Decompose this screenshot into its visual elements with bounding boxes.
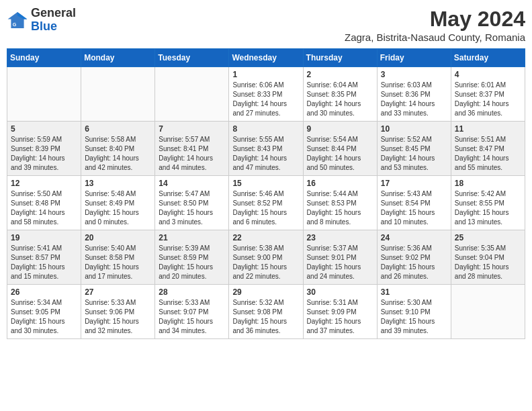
- calendar-cell: 8Sunrise: 5:55 AM Sunset: 8:43 PM Daylig…: [229, 122, 303, 176]
- day-number: 3: [381, 70, 447, 79]
- calendar-cell: 6Sunrise: 5:58 AM Sunset: 8:40 PM Daylig…: [81, 122, 155, 176]
- calendar-cell: [155, 67, 229, 122]
- calendar-cell: 13Sunrise: 5:48 AM Sunset: 8:49 PM Dayli…: [81, 176, 155, 230]
- day-number: 17: [381, 179, 447, 188]
- month-year-title: May 2024: [345, 7, 525, 32]
- day-number: 15: [232, 179, 299, 188]
- day-info: Sunrise: 5:50 AM Sunset: 8:48 PM Dayligh…: [11, 189, 77, 227]
- day-number: 31: [381, 287, 447, 297]
- calendar-cell: 26Sunrise: 5:34 AM Sunset: 9:05 PM Dayli…: [7, 285, 81, 339]
- calendar-cell: 9Sunrise: 5:54 AM Sunset: 8:44 PM Daylig…: [303, 122, 377, 176]
- day-info: Sunrise: 5:33 AM Sunset: 9:06 PM Dayligh…: [85, 298, 151, 336]
- calendar-cell: 2Sunrise: 6:04 AM Sunset: 8:35 PM Daylig…: [303, 67, 377, 122]
- calendar-cell: [7, 67, 81, 122]
- day-info: Sunrise: 5:33 AM Sunset: 9:07 PM Dayligh…: [159, 298, 225, 336]
- calendar-cell: 21Sunrise: 5:39 AM Sunset: 8:59 PM Dayli…: [155, 230, 229, 285]
- title-block: May 2024 Zagra, Bistrita-Nasaud County, …: [345, 7, 525, 43]
- weekday-header-wednesday: Wednesday: [229, 49, 303, 67]
- day-info: Sunrise: 5:36 AM Sunset: 9:02 PM Dayligh…: [381, 244, 447, 281]
- day-info: Sunrise: 5:30 AM Sunset: 9:10 PM Dayligh…: [381, 298, 447, 336]
- calendar-cell: 14Sunrise: 5:47 AM Sunset: 8:50 PM Dayli…: [155, 176, 229, 230]
- calendar-cell: [81, 67, 155, 122]
- weekday-header-sunday: Sunday: [7, 49, 81, 67]
- day-info: Sunrise: 6:04 AM Sunset: 8:35 PM Dayligh…: [307, 81, 373, 118]
- calendar-cell: 23Sunrise: 5:37 AM Sunset: 9:01 PM Dayli…: [303, 230, 377, 285]
- day-number: 25: [455, 233, 521, 242]
- calendar-table: SundayMondayTuesdayWednesdayThursdayFrid…: [7, 48, 525, 339]
- calendar-cell: 20Sunrise: 5:40 AM Sunset: 8:58 PM Dayli…: [81, 230, 155, 285]
- day-info: Sunrise: 6:06 AM Sunset: 8:33 PM Dayligh…: [232, 81, 299, 118]
- svg-text:G: G: [13, 21, 17, 28]
- calendar-cell: 19Sunrise: 5:41 AM Sunset: 8:57 PM Dayli…: [7, 230, 81, 285]
- day-info: Sunrise: 5:39 AM Sunset: 8:59 PM Dayligh…: [159, 244, 225, 281]
- calendar-cell: 3Sunrise: 6:03 AM Sunset: 8:36 PM Daylig…: [377, 67, 451, 122]
- day-info: Sunrise: 5:51 AM Sunset: 8:47 PM Dayligh…: [455, 135, 521, 173]
- logo-blue: Blue: [31, 19, 57, 33]
- day-number: 6: [85, 124, 151, 134]
- day-number: 21: [159, 233, 225, 242]
- calendar-cell: 29Sunrise: 5:32 AM Sunset: 9:08 PM Dayli…: [229, 285, 303, 339]
- calendar-cell: 1Sunrise: 6:06 AM Sunset: 8:33 PM Daylig…: [229, 67, 303, 122]
- day-info: Sunrise: 6:03 AM Sunset: 8:36 PM Dayligh…: [381, 81, 447, 118]
- day-number: 28: [159, 287, 225, 297]
- calendar-cell: 22Sunrise: 5:38 AM Sunset: 9:00 PM Dayli…: [229, 230, 303, 285]
- day-number: 9: [307, 124, 373, 134]
- day-info: Sunrise: 5:40 AM Sunset: 8:58 PM Dayligh…: [85, 244, 151, 281]
- day-info: Sunrise: 5:58 AM Sunset: 8:40 PM Dayligh…: [85, 135, 151, 173]
- calendar-week-2: 5Sunrise: 5:59 AM Sunset: 8:39 PM Daylig…: [7, 122, 525, 176]
- weekday-header-friday: Friday: [377, 49, 451, 67]
- weekday-header-thursday: Thursday: [303, 49, 377, 67]
- day-number: 14: [159, 179, 225, 188]
- calendar-cell: 17Sunrise: 5:43 AM Sunset: 8:54 PM Dayli…: [377, 176, 451, 230]
- day-number: 4: [455, 70, 521, 79]
- day-info: Sunrise: 5:41 AM Sunset: 8:57 PM Dayligh…: [11, 244, 77, 281]
- calendar-cell: 25Sunrise: 5:35 AM Sunset: 9:04 PM Dayli…: [451, 230, 525, 285]
- day-number: 8: [232, 124, 299, 134]
- day-info: Sunrise: 5:44 AM Sunset: 8:53 PM Dayligh…: [307, 189, 373, 227]
- day-number: 12: [11, 179, 77, 188]
- day-number: 22: [232, 233, 299, 242]
- day-info: Sunrise: 5:42 AM Sunset: 8:55 PM Dayligh…: [455, 189, 521, 227]
- day-info: Sunrise: 5:32 AM Sunset: 9:08 PM Dayligh…: [232, 298, 299, 336]
- day-info: Sunrise: 5:55 AM Sunset: 8:43 PM Dayligh…: [232, 135, 299, 173]
- day-info: Sunrise: 5:47 AM Sunset: 8:50 PM Dayligh…: [159, 189, 225, 227]
- weekday-header-monday: Monday: [81, 49, 155, 67]
- day-number: 24: [381, 233, 447, 242]
- logo: G General Blue: [7, 7, 76, 34]
- calendar-cell: 12Sunrise: 5:50 AM Sunset: 8:48 PM Dayli…: [7, 176, 81, 230]
- day-number: 1: [232, 70, 299, 79]
- calendar-week-1: 1Sunrise: 6:06 AM Sunset: 8:33 PM Daylig…: [7, 67, 525, 122]
- day-number: 18: [455, 179, 521, 188]
- calendar-cell: 5Sunrise: 5:59 AM Sunset: 8:39 PM Daylig…: [7, 122, 81, 176]
- calendar-cell: 15Sunrise: 5:46 AM Sunset: 8:52 PM Dayli…: [229, 176, 303, 230]
- calendar-cell: 18Sunrise: 5:42 AM Sunset: 8:55 PM Dayli…: [451, 176, 525, 230]
- day-info: Sunrise: 5:57 AM Sunset: 8:41 PM Dayligh…: [159, 135, 225, 173]
- day-info: Sunrise: 6:01 AM Sunset: 8:37 PM Dayligh…: [455, 81, 521, 118]
- calendar-cell: [451, 285, 525, 339]
- day-number: 19: [11, 233, 77, 242]
- weekday-header-row: SundayMondayTuesdayWednesdayThursdayFrid…: [7, 49, 525, 67]
- weekday-header-saturday: Saturday: [451, 49, 525, 67]
- calendar-cell: 7Sunrise: 5:57 AM Sunset: 8:41 PM Daylig…: [155, 122, 229, 176]
- day-info: Sunrise: 5:31 AM Sunset: 9:09 PM Dayligh…: [307, 298, 373, 336]
- logo-icon: G: [7, 9, 28, 31]
- calendar-cell: 4Sunrise: 6:01 AM Sunset: 8:37 PM Daylig…: [451, 67, 525, 122]
- calendar-week-4: 19Sunrise: 5:41 AM Sunset: 8:57 PM Dayli…: [7, 230, 525, 285]
- day-info: Sunrise: 5:54 AM Sunset: 8:44 PM Dayligh…: [307, 135, 373, 173]
- calendar-cell: 28Sunrise: 5:33 AM Sunset: 9:07 PM Dayli…: [155, 285, 229, 339]
- day-number: 20: [85, 233, 151, 242]
- calendar-week-3: 12Sunrise: 5:50 AM Sunset: 8:48 PM Dayli…: [7, 176, 525, 230]
- calendar-cell: 31Sunrise: 5:30 AM Sunset: 9:10 PM Dayli…: [377, 285, 451, 339]
- day-info: Sunrise: 5:48 AM Sunset: 8:49 PM Dayligh…: [85, 189, 151, 227]
- day-number: 30: [307, 287, 373, 297]
- logo-general: General: [31, 6, 76, 19]
- calendar-week-5: 26Sunrise: 5:34 AM Sunset: 9:05 PM Dayli…: [7, 285, 525, 339]
- day-number: 16: [307, 179, 373, 188]
- calendar-cell: 24Sunrise: 5:36 AM Sunset: 9:02 PM Dayli…: [377, 230, 451, 285]
- day-number: 26: [11, 287, 77, 297]
- day-number: 29: [232, 287, 299, 297]
- day-number: 13: [85, 179, 151, 188]
- day-info: Sunrise: 5:46 AM Sunset: 8:52 PM Dayligh…: [232, 189, 299, 227]
- day-info: Sunrise: 5:38 AM Sunset: 9:00 PM Dayligh…: [232, 244, 299, 281]
- day-number: 5: [11, 124, 77, 134]
